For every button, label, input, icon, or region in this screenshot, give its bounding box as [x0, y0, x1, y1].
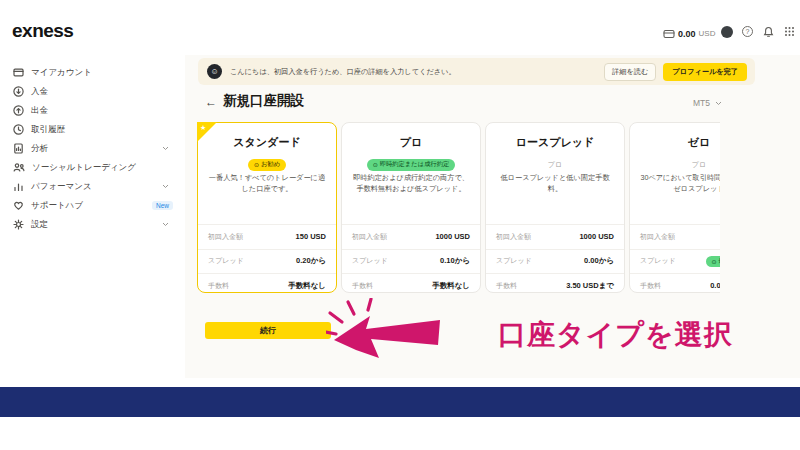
badge-circle-icon: ⊙ — [711, 258, 716, 265]
top-bar: exness 0.00 USD ? — [0, 0, 800, 55]
chevron-down-icon — [162, 222, 169, 227]
chevron-down-icon — [162, 146, 169, 151]
card-subtitle: プロ — [548, 161, 562, 168]
sidebar-item-label: サポートハブ — [31, 200, 83, 212]
new-badge: New — [152, 201, 173, 210]
sidebar-item-analysis[interactable]: 分析 — [0, 139, 185, 158]
card-description: 30ペアにおいて取引時間帯の95%でゼロスプレッド — [630, 167, 720, 224]
platform-label: MT5 — [693, 98, 710, 108]
card-description: 一番人気！すべてのトレーダーに適した口座です。 — [198, 167, 336, 224]
sidebar-item-label: パフォーマンス — [31, 181, 92, 193]
sidebar-item-label: 分析 — [31, 143, 48, 155]
sidebar-item-label: 取引履歴 — [31, 124, 65, 136]
card-row-deposit: 初回入金額150 USD — [198, 224, 336, 249]
execution-badge: ⊙即時約定または成行約定 — [367, 159, 456, 171]
badge-circle-icon: ⊙ — [373, 161, 378, 168]
badge-circle-icon: ⊙ — [254, 161, 259, 168]
card-row-spread: スプレッド0.00から — [486, 249, 624, 274]
footer-stripe — [0, 387, 800, 417]
card-row-commission: 手数料3.50 USDまで — [486, 273, 624, 295]
sidebar-item-label: マイアカウント — [31, 67, 92, 79]
exness-client-area: exness 0.00 USD ? — [0, 0, 800, 450]
my-account-icon — [13, 67, 24, 78]
card-row-spread: スプレッド0.10から — [342, 249, 480, 274]
social-trading-icon — [13, 162, 25, 173]
sidebar-item-settings[interactable]: 設定 — [0, 215, 185, 234]
sidebar-item-history[interactable]: 取引履歴 — [0, 120, 185, 139]
sidebar-item-label: 入金 — [31, 86, 48, 98]
apps-grid-icon[interactable] — [783, 25, 796, 38]
complete-profile-button[interactable]: プロフィールを完了 — [663, 63, 747, 81]
read-details-button[interactable]: 詳細を読む — [604, 63, 656, 81]
card-standard[interactable]: ★ スタンダード ⊙お勧め 一番人気！すべてのトレーダーに適した口座です。 初回… — [197, 122, 337, 293]
card-title: プロ — [342, 135, 480, 150]
card-row-commission: 手数料0.05 USDから — [630, 273, 720, 295]
card-title: ロースプレッド — [486, 135, 624, 150]
sidebar-item-social-trading[interactable]: ソーシャルトレーディング — [0, 158, 185, 177]
analysis-icon — [13, 143, 24, 154]
card-description: 即時約定および成行約定の両方で、手数料無料および低スプレッド。 — [342, 167, 480, 224]
deposit-icon — [13, 86, 24, 97]
withdrawal-icon — [13, 105, 24, 116]
sidebar-item-label: ソーシャルトレーディング — [32, 162, 136, 174]
sidebar-item-my-account[interactable]: マイアカウント — [0, 63, 185, 82]
account-type-cards: ★ スタンダード ⊙お勧め 一番人気！すべてのトレーダーに適した口座です。 初回… — [197, 122, 720, 295]
annotation-arrow-icon — [326, 298, 446, 364]
annotation-text: 口座タイプを選択 — [498, 316, 733, 354]
banner-message: こんにちは、初回入金を行うため、口座の詳細を入力してください。 — [230, 67, 604, 77]
help-icon[interactable]: ? — [741, 25, 754, 38]
settings-gear-icon — [13, 219, 24, 230]
card-zero[interactable]: ゼロ プロ 30ペアにおいて取引時間帯の95%でゼロスプレッド 初回入金額100… — [629, 122, 720, 293]
sidebar-item-label: 設定 — [31, 219, 48, 231]
spread-badge: ⊙最小 — [706, 256, 720, 267]
sidebar-item-withdrawal[interactable]: 出金 — [0, 101, 185, 120]
notifications-bell-icon[interactable] — [762, 25, 775, 38]
card-title: ゼロ — [630, 135, 720, 150]
sidebar-item-performance[interactable]: パフォーマンス — [0, 177, 185, 196]
card-row-spread: スプレッド ⊙最小 0から — [630, 249, 720, 274]
selected-star-icon: ★ — [200, 124, 206, 132]
sidebar-item-deposit[interactable]: 入金 — [0, 82, 185, 101]
assistant-avatar-icon: ☺ — [207, 64, 222, 79]
balance-amount: 0.00 — [678, 29, 696, 39]
card-row-commission: 手数料手数料なし — [198, 273, 336, 295]
balance-currency: USD — [699, 29, 716, 38]
chevron-down-icon — [162, 184, 169, 189]
top-icons: ? — [720, 25, 800, 38]
page-title: 新規口座開設 — [223, 92, 304, 110]
back-arrow-icon[interactable]: ← — [205, 95, 217, 109]
language-icon[interactable] — [720, 25, 733, 38]
support-hub-heart-icon — [13, 200, 24, 211]
card-row-deposit: 初回入金額1000 USD — [342, 224, 480, 249]
card-pro[interactable]: プロ ⊙即時約定または成行約定 即時約定および成行約定の両方で、手数料無料および… — [341, 122, 481, 293]
card-row-deposit: 初回入金額1000 USD — [486, 224, 624, 249]
platform-selector[interactable]: MT5 — [693, 98, 722, 108]
sidebar: マイアカウント 入金 出金 取引履歴 分析 ソーシャルトレーディング パフォーマ… — [0, 55, 185, 378]
sidebar-item-label: 出金 — [31, 105, 48, 117]
card-subtitle: プロ — [692, 161, 706, 168]
card-row-spread: スプレッド0.20から — [198, 249, 336, 274]
card-title: スタンダード — [198, 135, 336, 150]
card-description: 低ロースプレッドと低い固定手数料。 — [486, 167, 624, 224]
recommended-badge: ⊙お勧め — [248, 159, 286, 171]
card-row-deposit: 初回入金額1000 USD — [630, 224, 720, 249]
wallet-icon — [662, 27, 675, 40]
account-balance[interactable]: 0.00 USD — [662, 27, 715, 40]
continue-button[interactable]: 続行 — [205, 322, 331, 339]
history-icon — [13, 124, 24, 135]
exness-logo: exness — [12, 20, 73, 42]
card-row-commission: 手数料手数料なし — [342, 273, 480, 295]
chevron-down-icon — [715, 101, 722, 106]
sidebar-item-support-hub[interactable]: サポートハブ New — [0, 196, 185, 215]
card-raw-spread[interactable]: ロースプレッド プロ 低ロースプレッドと低い固定手数料。 初回入金額1000 U… — [485, 122, 625, 293]
onboarding-banner: ☺ こんにちは、初回入金を行うため、口座の詳細を入力してください。 詳細を読む … — [198, 58, 755, 85]
performance-icon — [13, 181, 24, 192]
